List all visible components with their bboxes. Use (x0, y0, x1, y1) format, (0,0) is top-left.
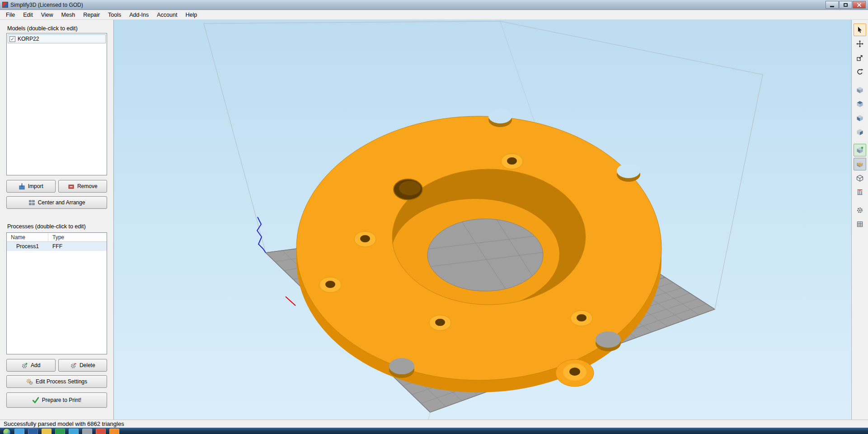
column-name: Name (7, 233, 48, 241)
process-type: FFF (48, 243, 107, 250)
models-list[interactable]: ✓ KORP22 (6, 33, 107, 175)
windows-taskbar (0, 428, 868, 434)
menu-item-addins[interactable]: Add-Ins (125, 10, 153, 19)
menu-item-edit[interactable]: Edit (19, 10, 37, 19)
menu-item-view[interactable]: View (37, 10, 57, 19)
cross-section-icon (856, 160, 863, 168)
taskbar-app-icon[interactable] (69, 429, 79, 434)
maximize-button[interactable] (839, 1, 852, 9)
delete-process-button[interactable]: Delete (58, 359, 108, 372)
close-button[interactable] (853, 1, 866, 9)
process-row[interactable]: Process1 FFF (7, 242, 107, 251)
prepare-to-print-button[interactable]: Prepare to Print! (6, 392, 107, 408)
start-button[interactable] (3, 428, 11, 434)
process-list-header: Name Type (7, 233, 107, 242)
view-default-button[interactable] (854, 84, 866, 96)
left-panel: Models (double-click to edit) ✓ KORP22 I… (0, 20, 114, 420)
view-side-cube-icon (856, 128, 863, 136)
app-icon (2, 2, 8, 8)
move-tool-button[interactable] (854, 38, 866, 50)
menu-item-account[interactable]: Account (153, 10, 181, 19)
grid-icon (856, 221, 863, 228)
process-name: Process1 (7, 243, 48, 250)
maximize-icon (844, 3, 848, 7)
process-list[interactable]: Name Type Process1 FFF (6, 232, 107, 354)
select-cursor-icon (856, 26, 863, 33)
view-side-button[interactable] (854, 126, 866, 138)
center-arrange-icon (28, 199, 35, 206)
status-text: Successfully parsed model with 6862 tria… (4, 420, 124, 427)
toolpath-grid-button[interactable] (854, 218, 866, 231)
view-top-cube-icon (856, 100, 863, 108)
center-and-arrange-button[interactable]: Center and Arrange (6, 196, 107, 209)
view-default-cube-icon (856, 86, 863, 94)
taskbar-app-icon[interactable] (82, 429, 92, 434)
support-structures-button[interactable] (854, 186, 866, 198)
select-tool-button[interactable] (854, 24, 866, 36)
gear-icon (856, 207, 863, 214)
close-icon (857, 2, 862, 7)
taskbar-app-icon[interactable] (14, 429, 24, 434)
prepare-check-icon (32, 396, 39, 404)
scale-icon (856, 54, 863, 61)
move-icon (856, 40, 863, 47)
taskbar-app-icon[interactable] (96, 429, 106, 434)
menu-item-repair[interactable]: Repair (79, 10, 104, 19)
rotate-tool-button[interactable] (854, 66, 866, 78)
wireframe-cube-icon (856, 175, 863, 182)
add-process-button[interactable]: Add (6, 359, 56, 372)
delete-icon (70, 362, 77, 369)
model-name: KORP22 (18, 36, 39, 42)
right-toolbar (851, 20, 868, 420)
window-title: Simplify3D (Licensed to GOD) (10, 2, 83, 8)
edit-process-settings-button[interactable]: Edit Process Settings (6, 375, 107, 388)
menu-item-file[interactable]: File (2, 10, 19, 19)
menu-item-mesh[interactable]: Mesh (57, 10, 80, 19)
wireframe-view-button[interactable] (854, 172, 866, 184)
rotate-icon (856, 68, 863, 75)
machine-control-panel-button[interactable] (854, 204, 866, 217)
taskbar-app-icon[interactable] (42, 429, 52, 434)
model-korp22[interactable] (296, 109, 662, 392)
column-type: Type (48, 234, 107, 241)
scene-svg (114, 20, 851, 420)
x-axis (286, 297, 296, 306)
window-controls (826, 1, 866, 9)
taskbar-app-icon[interactable] (109, 429, 119, 434)
taskbar-app-icon[interactable] (28, 429, 38, 434)
minimize-icon (830, 6, 834, 7)
remove-button[interactable]: Remove (58, 180, 108, 193)
mounting-tab (556, 359, 594, 387)
add-icon (21, 362, 28, 369)
viewport-3d[interactable] (114, 20, 851, 420)
fit-view-cube-icon (856, 146, 863, 154)
titlebar: Simplify3D (Licensed to GOD) (0, 0, 868, 10)
fit-view-button[interactable] (854, 144, 866, 156)
menubar: File Edit View Mesh Repair Tools Add-Ins… (0, 10, 868, 20)
cross-section-tool-button[interactable] (854, 158, 866, 170)
taskbar-app-icon[interactable] (55, 429, 65, 434)
minimize-button[interactable] (826, 1, 839, 9)
remove-icon (68, 183, 75, 190)
view-front-button[interactable] (854, 112, 866, 124)
large-hole (394, 179, 422, 200)
checkbox-check-icon: ✓ (10, 37, 14, 42)
import-button[interactable]: Import (6, 180, 56, 193)
scale-tool-button[interactable] (854, 52, 866, 64)
processes-label: Processes (double-click to edit) (7, 223, 107, 230)
model-checkbox[interactable]: ✓ (9, 36, 15, 42)
menu-item-help[interactable]: Help (181, 10, 201, 19)
view-front-cube-icon (856, 114, 863, 122)
edit-process-icon (26, 378, 33, 385)
support-structures-icon (856, 189, 863, 196)
model-list-item[interactable]: ✓ KORP22 (8, 34, 106, 43)
import-icon (19, 183, 25, 190)
models-label: Models (double-click to edit) (7, 25, 107, 32)
view-top-button[interactable] (854, 98, 866, 110)
menu-item-tools[interactable]: Tools (104, 10, 125, 19)
status-bar: Successfully parsed model with 6862 tria… (0, 420, 868, 428)
